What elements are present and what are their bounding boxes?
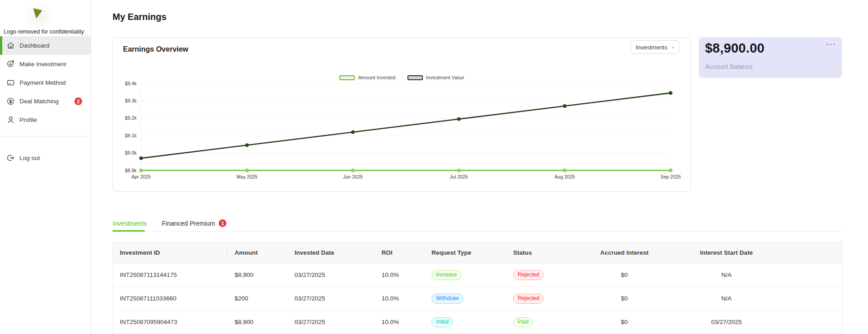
- ellipsis-icon[interactable]: ...: [826, 37, 836, 47]
- cell-accrued-interest: $0: [585, 271, 664, 278]
- sidebar-item-label: Payment Method: [20, 79, 66, 86]
- cell-roi: 10.0%: [374, 295, 424, 302]
- add-investment-icon: $: [6, 60, 15, 68]
- svg-text:$9.2k: $9.2k: [125, 115, 137, 121]
- cell-amount: $8,900: [227, 271, 287, 278]
- table-header-row: Investment IDAmountInvested DateROIReque…: [113, 242, 842, 263]
- svg-text:Aug 2025: Aug 2025: [554, 174, 575, 179]
- cell-amount: $8,900: [227, 319, 287, 325]
- svg-text:$9.3k: $9.3k: [125, 98, 137, 103]
- svg-text:$: $: [12, 60, 14, 63]
- column-header-amount: Amount: [227, 249, 287, 256]
- sidebar-item-label: Profile: [20, 116, 37, 123]
- logo-mark-icon: [24, 2, 55, 30]
- request-type-badge: Initial: [432, 317, 453, 327]
- tab-investments-label: Investments: [113, 220, 147, 227]
- cell-investment-id: INT25087113144175: [113, 271, 227, 278]
- cell-amount: $200: [227, 295, 287, 302]
- sidebar-nav: Dashboard$Make InvestmentPayment Method$…: [0, 36, 91, 129]
- request-type-badge: Withdraw: [432, 294, 463, 304]
- status-badge: Paid: [513, 317, 533, 327]
- investments-table: Investment IDAmountInvested DateROIReque…: [113, 242, 843, 334]
- logout-icon: [6, 154, 15, 162]
- sidebar-item-label: Make Investment: [20, 61, 66, 68]
- column-header-roi: ROI: [374, 249, 424, 256]
- cell-request-type: Increase: [424, 270, 506, 280]
- cell-accrued-interest: $0: [585, 295, 664, 302]
- credit-card-icon: [6, 78, 15, 87]
- logout-button[interactable]: Log out: [0, 151, 91, 164]
- cell-status: Rejected: [506, 270, 585, 280]
- sidebar-item-payment-method[interactable]: Payment Method: [0, 73, 91, 92]
- cell-status: Rejected: [506, 294, 585, 304]
- svg-text:$9.1k: $9.1k: [125, 133, 137, 138]
- cell-invested-date: 03/27/2025: [287, 271, 374, 278]
- cell-accrued-interest: $0: [585, 319, 664, 325]
- svg-text:$8.9k: $8.9k: [125, 168, 137, 173]
- tab-financed-premium-label: Financed Premium: [162, 220, 215, 227]
- user-icon: [6, 116, 15, 124]
- column-header-interest-start-date: Interest Start Date: [664, 249, 789, 256]
- svg-text:Jul 2025: Jul 2025: [450, 174, 468, 179]
- notification-badge: 2: [74, 97, 82, 105]
- account-balance-card: $8,900.00 ... Account Balance: [699, 37, 842, 78]
- svg-text:Jun 2025: Jun 2025: [343, 174, 363, 179]
- svg-text:$9.4k: $9.4k: [125, 81, 137, 86]
- column-header-request-type: Request Type: [424, 249, 506, 256]
- sidebar-item-dashboard[interactable]: Dashboard: [0, 36, 91, 55]
- cell-status: Paid: [506, 317, 585, 327]
- sidebar-item-label: Deal Matching: [20, 98, 59, 105]
- column-header-accrued-interest: Accrued Interest: [585, 249, 664, 256]
- cell-invested-date: 03/27/2025: [287, 295, 374, 302]
- sidebar: Logo removed for confidentiality Dashboa…: [0, 0, 91, 334]
- svg-text:$: $: [10, 99, 12, 104]
- table-row: INT25087111033660$20003/27/202510.0%With…: [113, 287, 842, 310]
- sidebar-item-make-investment[interactable]: $Make Investment: [0, 55, 91, 73]
- home-icon: [6, 41, 15, 50]
- cell-request-type: Initial: [424, 317, 506, 327]
- dollar-circle-icon: $: [6, 97, 15, 106]
- earnings-chart: $8.9k$9.0k$9.1k$9.2k$9.3k$9.4kApr 2025Ma…: [113, 38, 691, 192]
- cell-interest-start-date: 03/27/2025: [664, 319, 789, 325]
- column-header-status: Status: [506, 249, 585, 256]
- account-balance-amount: $8,900.00: [705, 41, 765, 56]
- svg-text:Sep 2025: Sep 2025: [661, 174, 681, 179]
- tab-financed-premium[interactable]: Financed Premium 1: [162, 219, 226, 232]
- svg-text:May 2025: May 2025: [236, 174, 257, 179]
- column-header-investment-id: Investment ID: [113, 249, 227, 256]
- active-tab-underline: [113, 230, 145, 232]
- page-title: My Earnings: [113, 12, 167, 22]
- cell-interest-start-date: N/A: [664, 271, 789, 278]
- sidebar-item-label: Dashboard: [20, 42, 49, 49]
- request-type-badge: Increase: [432, 270, 461, 280]
- cell-interest-start-date: N/A: [664, 295, 789, 302]
- table-row: INT25087095904473$8,90003/27/202510.0%In…: [113, 310, 842, 334]
- table-body: INT25087113144175$8,90003/27/202510.0%In…: [113, 263, 842, 334]
- column-header-invested-date: Invested Date: [287, 249, 374, 256]
- status-badge: Rejected: [513, 270, 544, 280]
- logo-confidentiality-caption: Logo removed for confidentiality: [4, 29, 84, 35]
- account-balance-label: Account Balance: [705, 63, 753, 70]
- financed-premium-badge: 1: [219, 219, 226, 227]
- cell-roi: 10.0%: [374, 319, 424, 325]
- sidebar-divider: [0, 136, 91, 136]
- sidebar-item-profile[interactable]: Profile: [0, 111, 91, 129]
- logout-label: Log out: [20, 155, 40, 161]
- cell-request-type: Withdraw: [424, 294, 506, 304]
- status-badge: Rejected: [513, 294, 544, 304]
- company-logo: [24, 2, 55, 30]
- cell-investment-id: INT25087095904473: [113, 319, 227, 325]
- svg-text:Apr 2025: Apr 2025: [132, 174, 151, 179]
- cell-investment-id: INT25087111033660: [113, 295, 227, 302]
- tabs-divider: [113, 231, 843, 232]
- cell-roi: 10.0%: [374, 271, 424, 278]
- sidebar-item-deal-matching[interactable]: $Deal Matching2: [0, 92, 91, 111]
- svg-text:$9.0k: $9.0k: [125, 150, 137, 155]
- cell-invested-date: 03/27/2025: [287, 319, 374, 325]
- earnings-overview-card: Earnings Overview Investments ▾ Amount I…: [113, 37, 691, 192]
- table-row: INT25087113144175$8,90003/27/202510.0%In…: [113, 263, 842, 287]
